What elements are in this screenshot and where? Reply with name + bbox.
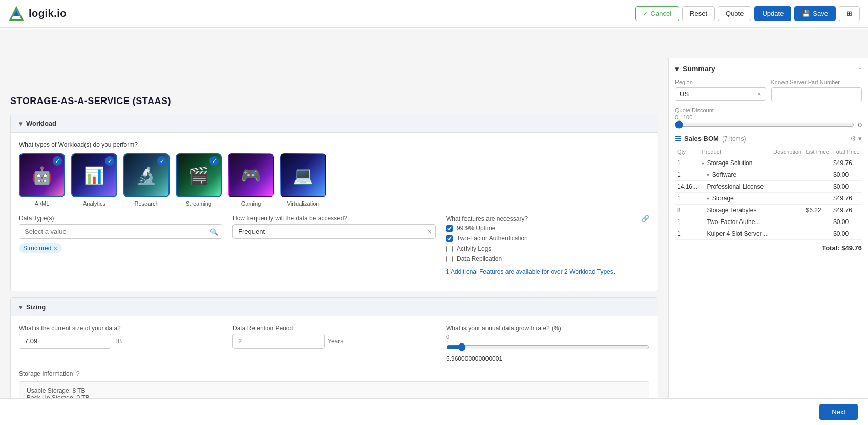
retention-input[interactable] (232, 334, 325, 349)
workload-aiml[interactable]: 🤖 ✓ AI/ML (19, 153, 65, 207)
chevron-down-icon-summary: ▾ (675, 65, 679, 73)
discount-range: 0 - 100 (675, 114, 862, 120)
region-row: Region US × Known Server Part Number (675, 79, 862, 102)
sizing-form-row: What is the current size of your data? T… (19, 325, 649, 362)
workload-section-header[interactable]: ▾ Workload (11, 114, 658, 133)
update-button[interactable]: Update (754, 6, 791, 21)
reset-button[interactable]: Reset (682, 6, 715, 21)
bom-product-1: ▾ Software (700, 169, 771, 181)
bom-product-2: Professional License (700, 181, 771, 193)
feature-replication-checkbox[interactable] (446, 256, 453, 262)
storage-info-help-icon[interactable]: ? (76, 370, 79, 377)
feature-activity-checkbox[interactable] (446, 246, 453, 252)
grid-button[interactable]: ⊞ (839, 6, 860, 21)
bom-list-4: $6.22 (804, 205, 832, 216)
workload-research[interactable]: 🔬 ✓ Research (123, 153, 170, 207)
data-size-group: What is the current size of your data? T… (19, 325, 222, 349)
total-label: Total: (822, 244, 839, 252)
bom-row-0: 1 ▾ Storage Solution $49.76 (675, 157, 862, 169)
collapse-icon[interactable]: ↑ (859, 65, 862, 73)
growth-rate-slider[interactable] (446, 343, 649, 351)
navbar-actions: ✓ Cancel Reset Quote Update 💾 Save ⊞ (635, 6, 860, 21)
bom-total-2: $0.00 (831, 181, 862, 193)
region-value: US (680, 90, 689, 98)
access-freq-group: How frequently will the data be accessed… (232, 215, 436, 239)
additional-features-link[interactable]: ℹ Additional Features are available for … (446, 268, 649, 275)
feature-uptime[interactable]: 99.9% Uptime (446, 225, 649, 232)
bom-row-5: 1 Two-Factor Authe... $0.00 (675, 216, 862, 228)
bom-row-4: 8 Storage Terabytes $6.22 $49.76 (675, 205, 862, 216)
growth-rate-value: 5.960000000000001 (446, 355, 649, 362)
feature-2fa-checkbox[interactable] (446, 235, 453, 242)
research-check: ✓ (157, 156, 166, 166)
workload-analytics[interactable]: 📊 ✓ Analytics (71, 153, 117, 207)
next-button[interactable]: Next (819, 404, 858, 420)
bom-product-5: Two-Factor Authe... (700, 216, 771, 228)
search-icon: 🔍 (210, 228, 218, 235)
data-size-input[interactable] (19, 334, 111, 349)
data-types-input[interactable] (19, 224, 222, 239)
feature-uptime-checkbox[interactable] (446, 225, 453, 232)
bom-col-product: Product (700, 147, 771, 157)
storage-line-1: Usable Storage: 8 TB (27, 387, 642, 394)
growth-rate-range: 0 (446, 334, 649, 340)
feature-replication[interactable]: Data Replication (446, 255, 649, 262)
part-number-input[interactable] (771, 87, 862, 102)
bom-qty-2: 14.16... (675, 181, 700, 193)
cancel-button[interactable]: ✓ Cancel (635, 6, 679, 21)
bom-settings-icon[interactable]: ⚙ ▾ (850, 135, 862, 143)
tag-remove-icon[interactable]: × (53, 244, 57, 252)
link-icon[interactable]: 🔗 (641, 215, 649, 222)
streaming-check: ✓ (209, 156, 219, 166)
features-label: What features are necessary? (446, 215, 528, 222)
bom-qty-6: 1 (675, 228, 700, 240)
workload-img-virt: 💻 (280, 153, 326, 197)
discount-slider[interactable] (675, 120, 854, 129)
aiml-label: AI/ML (35, 200, 50, 207)
growth-rate-group: What is your annual data growth rate? (%… (446, 325, 649, 362)
feature-2fa[interactable]: Two-Factor Authentication (446, 235, 649, 242)
workload-img-aiml: 🤖 ✓ (19, 153, 65, 197)
workload-section-body: What types of Workload(s) do you perform… (11, 133, 658, 291)
region-input[interactable]: US × (675, 87, 766, 101)
tag-structured: Structured × (19, 243, 62, 253)
clear-icon[interactable]: × (428, 228, 432, 236)
access-freq-input[interactable] (232, 224, 436, 239)
bom-desc-4 (771, 205, 803, 216)
bom-desc-2 (771, 181, 803, 193)
data-types-input-wrapper: 🔍 (19, 224, 222, 239)
region-clear-icon[interactable]: × (757, 90, 761, 98)
workload-img-gaming: 🎮 (228, 153, 274, 197)
retention-label: Data Retention Period (232, 325, 436, 332)
workload-img-research: 🔬 ✓ (123, 153, 170, 197)
bom-total-5: $0.00 (831, 216, 862, 228)
workload-section: ▾ Workload What types of Workload(s) do … (10, 114, 658, 291)
bom-qty-0: 1 (675, 157, 700, 169)
research-label: Research (134, 200, 158, 207)
content-area: STORAGE-AS-A-SERVICE (STAAS) ▾ Workload … (0, 88, 668, 425)
bom-list-5 (804, 216, 832, 228)
sales-bom-header: ☰ Sales BOM (7 items) ⚙ ▾ (675, 135, 862, 143)
workload-gaming[interactable]: 🎮 Gaming (228, 153, 274, 207)
bom-list-1 (804, 169, 832, 181)
bom-row-6: 1 Kuiper 4 Slot Server ... $0.00 (675, 228, 862, 240)
analytics-label: Analytics (83, 200, 105, 207)
discount-value: 0 (858, 121, 862, 129)
info-icon: ℹ (446, 268, 449, 275)
sizing-section-header[interactable]: ▾ Sizing (11, 298, 658, 316)
gaming-label: Gaming (241, 200, 261, 207)
workload-streaming[interactable]: 🎬 ✓ Streaming (176, 153, 222, 207)
bom-qty-5: 1 (675, 216, 700, 228)
workload-virtualization[interactable]: 💻 Virtualization (280, 153, 326, 207)
data-size-input-wrapper: TB (19, 334, 222, 349)
bom-tbody: 1 ▾ Storage Solution $49.76 1 ▾ Software… (675, 157, 862, 240)
growth-min: 0 (446, 334, 449, 340)
region-label: Region (675, 79, 766, 85)
bom-total-4: $49.76 (831, 205, 862, 216)
bom-list-2 (804, 181, 832, 193)
bottom-bar: Next (0, 398, 868, 425)
bom-total-row: Total: $49.76 (675, 244, 862, 252)
feature-activity[interactable]: Activity Logs (446, 245, 649, 252)
quote-button[interactable]: Quote (718, 6, 751, 21)
save-button[interactable]: 💾 Save (794, 6, 836, 21)
